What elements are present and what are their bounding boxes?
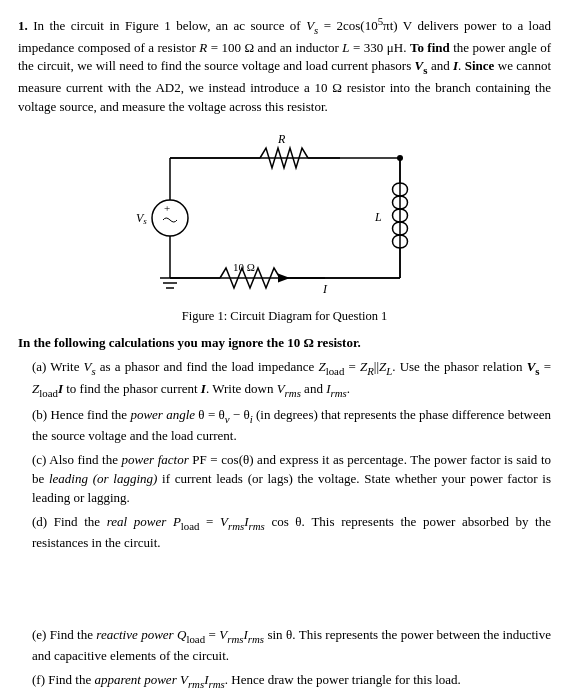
subpart-c-label: (c) [32, 452, 46, 467]
divider-space [18, 558, 551, 618]
bold-heading: In the following calculations you may ig… [18, 334, 551, 353]
subpart-f-label: (f) [32, 672, 45, 687]
question-number: 1. [18, 18, 28, 33]
circuit-diagram: + Vs 10 Ω R L [130, 128, 440, 303]
svg-text:L: L [374, 210, 382, 224]
subpart-b-label: (b) [32, 407, 47, 422]
figure-container: + Vs 10 Ω R L [18, 128, 551, 325]
svg-point-21 [397, 155, 403, 161]
svg-text:Vs: Vs [136, 211, 147, 226]
subpart-d: (d) Find the real power Pload = VrmsIrms… [32, 513, 551, 553]
subparts-container: (a) Write Vs as a phasor and find the lo… [32, 358, 551, 552]
question-block: 1. In the circuit in Figure 1 below, an … [18, 14, 551, 116]
svg-text:I: I [322, 282, 328, 296]
subpart-e: (e) Find the reactive power Qload = Vrms… [32, 626, 551, 666]
to-find-text: To find [410, 40, 450, 55]
svg-text:R: R [277, 132, 286, 146]
svg-text:+: + [164, 202, 170, 214]
question-intro: 1. In the circuit in Figure 1 below, an … [18, 14, 551, 116]
subpart-f: (f) Find the apparent power VrmsIrms. He… [32, 671, 551, 692]
figure-caption: Figure 1: Circuit Diagram for Question 1 [182, 307, 388, 325]
subpart-c: (c) Also find the power factor PF = cos(… [32, 451, 551, 508]
subpart-d-label: (d) [32, 514, 47, 529]
subpart-b: (b) Hence find the power angle θ = θv − … [32, 406, 551, 446]
since-text: Since [465, 58, 495, 73]
bottom-subparts-container: (e) Find the reactive power Qload = Vrms… [32, 626, 551, 692]
subpart-e-label: (e) [32, 627, 46, 642]
subpart-a: (a) Write Vs as a phasor and find the lo… [32, 358, 551, 401]
subpart-a-label: (a) [32, 359, 46, 374]
svg-text:10 Ω: 10 Ω [233, 261, 255, 273]
